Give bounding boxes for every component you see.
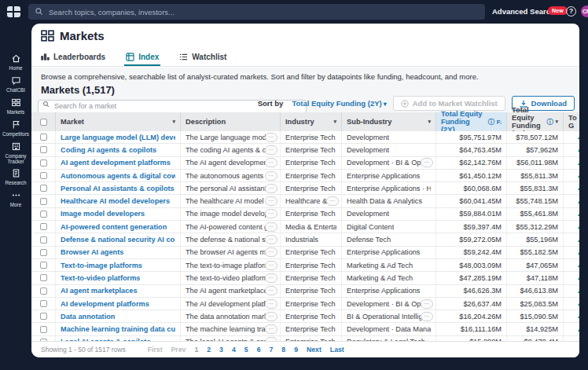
market-link[interactable]: AI agent development platforms bbox=[61, 159, 171, 167]
row-checkbox[interactable] bbox=[40, 211, 47, 218]
info-icon[interactable]: ⓘ bbox=[546, 118, 553, 126]
expand-cell-button[interactable]: ··· bbox=[326, 196, 340, 206]
market-link[interactable]: Large language model (LLM) developers bbox=[61, 134, 175, 141]
market-link[interactable]: Text-to-image platforms bbox=[61, 262, 142, 269]
expand-cell-button[interactable]: ··· bbox=[265, 312, 278, 321]
market-link[interactable]: Data annotation bbox=[61, 313, 115, 321]
description-text: The autonomous agents & digital bbox=[186, 172, 275, 180]
row-checkbox[interactable] bbox=[40, 185, 47, 192]
industry-text: Enterprise Tech bbox=[285, 146, 336, 154]
pagination-5[interactable]: 5 bbox=[244, 346, 248, 354]
column-header-industry[interactable]: Industry ▾ bbox=[280, 112, 341, 131]
pagination-3[interactable]: 3 bbox=[219, 346, 223, 354]
market-link[interactable]: Browser AI agents bbox=[61, 248, 123, 256]
table-row: AI development platformsThe AI developme… bbox=[31, 298, 579, 310]
expand-cell-button[interactable]: ··· bbox=[265, 145, 278, 155]
expand-cell-button[interactable]: ··· bbox=[265, 171, 278, 181]
market-link[interactable]: AI-powered content generation bbox=[61, 223, 167, 231]
help-icon[interactable]: ? bbox=[566, 6, 576, 16]
column-header-description[interactable]: Description bbox=[180, 112, 280, 131]
sidebar-item-markets[interactable]: Markets bbox=[0, 97, 31, 115]
expand-cell-button[interactable]: ··· bbox=[265, 158, 278, 167]
sidebar-item-home[interactable]: Home bbox=[0, 53, 31, 71]
column-header-total-equity-funding-2y[interactable]: Total Equity Funding (2Y) ⓘ F↓ bbox=[435, 112, 506, 131]
pagination-4[interactable]: 4 bbox=[232, 346, 236, 354]
expand-cell-button[interactable]: ··· bbox=[265, 247, 278, 257]
sidebar-item-research[interactable]: Research bbox=[0, 168, 31, 185]
user-avatar[interactable]: CM bbox=[581, 5, 588, 17]
pagination-9[interactable]: 9 bbox=[294, 346, 298, 354]
expand-cell-button[interactable]: ··· bbox=[265, 286, 278, 295]
market-link[interactable]: Healthcare AI model developers bbox=[61, 197, 170, 205]
row-checkbox[interactable] bbox=[40, 198, 47, 205]
select-all-checkbox[interactable] bbox=[31, 112, 55, 131]
global-search-input[interactable] bbox=[28, 4, 485, 20]
column-header-total-growth[interactable]: To G bbox=[563, 112, 579, 131]
market-link[interactable]: Text-to-video platforms bbox=[61, 274, 140, 282]
pagination-7[interactable]: 7 bbox=[269, 346, 273, 354]
row-checkbox[interactable] bbox=[40, 223, 47, 230]
row-checkbox[interactable] bbox=[40, 159, 47, 167]
expand-cell-button[interactable]: ··· bbox=[265, 184, 278, 193]
sidebar-item-company-tracker[interactable]: Company Tracker bbox=[0, 141, 31, 164]
market-cell: AI-powered content generation bbox=[55, 221, 180, 233]
expand-cell-button[interactable]: ··· bbox=[265, 196, 278, 206]
pagination-2[interactable]: 2 bbox=[207, 346, 211, 354]
sub-industry-cell: Development bbox=[341, 144, 435, 156]
market-link[interactable]: Coding AI agents & copilots bbox=[61, 146, 156, 154]
expand-cell-button[interactable]: ··· bbox=[265, 222, 278, 232]
row-checkbox[interactable] bbox=[40, 313, 47, 320]
row-checkbox[interactable] bbox=[40, 146, 47, 153]
row-checkbox[interactable] bbox=[40, 262, 47, 269]
market-link[interactable]: AI development platforms bbox=[61, 300, 149, 308]
expand-cell-button[interactable]: ··· bbox=[265, 209, 278, 218]
expand-cell-button[interactable]: ··· bbox=[421, 312, 434, 321]
row-checkbox[interactable] bbox=[40, 300, 47, 307]
description-cell: The text-to-image platforms market··· bbox=[180, 259, 280, 271]
add-to-watchlist-button[interactable]: Add to Market Watchlist bbox=[393, 96, 505, 111]
market-link[interactable]: AI agent marketplaces bbox=[61, 287, 138, 295]
growth-cell bbox=[563, 233, 579, 245]
row-checkbox[interactable] bbox=[40, 172, 47, 179]
row-checkbox[interactable] bbox=[40, 326, 47, 333]
expand-cell-button[interactable]: ··· bbox=[265, 324, 278, 334]
sidebar-item-chatcbi[interactable]: ChatCBI bbox=[0, 75, 31, 93]
description-cell: The Large language model (LLM)··· bbox=[180, 131, 280, 143]
pagination-6[interactable]: 6 bbox=[257, 346, 261, 354]
expand-cell-button[interactable]: ··· bbox=[265, 133, 278, 142]
market-link[interactable]: Image model developers bbox=[61, 210, 145, 218]
expand-cell-button[interactable]: ··· bbox=[265, 261, 278, 270]
tab-index[interactable]: Index bbox=[126, 47, 159, 66]
market-link[interactable]: Personal AI assistants & copilots bbox=[61, 185, 175, 192]
cb-insights-logo-icon[interactable] bbox=[7, 6, 20, 17]
row-checkbox[interactable] bbox=[40, 288, 47, 295]
expand-cell-button[interactable]: ··· bbox=[265, 273, 278, 283]
sub-industry-text: Digital Content bbox=[347, 223, 394, 231]
column-header-market[interactable]: Market ▾ bbox=[55, 112, 180, 131]
sidebar-item-more[interactable]: More bbox=[0, 190, 31, 207]
sidebar-item-competitors[interactable]: Competitors bbox=[0, 119, 31, 137]
expand-cell-button[interactable]: ··· bbox=[265, 235, 278, 244]
row-checkbox[interactable] bbox=[40, 249, 47, 256]
market-link[interactable]: Machine learning training data curation bbox=[61, 325, 175, 333]
advanced-search-link[interactable]: Advanced Search bbox=[492, 7, 555, 16]
info-icon[interactable]: ⓘ bbox=[488, 118, 494, 126]
row-checkbox[interactable] bbox=[40, 134, 47, 141]
pagination-8[interactable]: 8 bbox=[281, 346, 285, 354]
row-checkbox[interactable] bbox=[40, 236, 47, 244]
sort-descending-icon[interactable]: F↓ bbox=[497, 119, 502, 126]
column-header-total-equity-funding-1y[interactable]: Total Equity Funding (1Y) ⓘ ▾ bbox=[506, 112, 563, 131]
ellipsis-icon bbox=[11, 190, 21, 200]
market-link[interactable]: Defense & national security AI copilots bbox=[61, 236, 175, 244]
tab-watchlist[interactable]: Watchlist bbox=[179, 47, 226, 66]
pagination-last[interactable]: Last bbox=[330, 346, 344, 354]
expand-cell-button[interactable]: ··· bbox=[265, 299, 278, 309]
sort-by-dropdown[interactable]: Total Equity Funding (2Y)▾ bbox=[292, 99, 386, 108]
market-link[interactable]: Autonomous agents & digital coworkers bbox=[61, 172, 175, 180]
row-checkbox[interactable] bbox=[40, 274, 47, 281]
tab-leaderboards[interactable]: Leaderboards bbox=[41, 47, 105, 66]
pagination-next[interactable]: Next bbox=[307, 346, 322, 354]
expand-cell-button[interactable]: ··· bbox=[421, 299, 434, 309]
column-header-sub-industry[interactable]: Sub-Industry ▾ bbox=[341, 112, 435, 131]
expand-cell-button[interactable]: ··· bbox=[421, 158, 434, 167]
